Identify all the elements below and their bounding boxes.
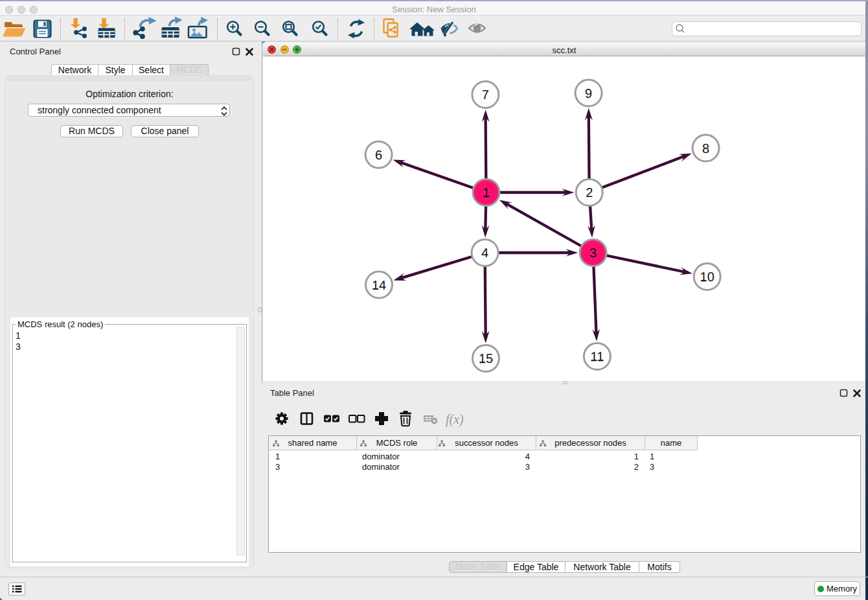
- svg-text:10: 10: [700, 270, 714, 284]
- svg-text:2: 2: [586, 186, 593, 200]
- svg-text:f(x): f(x): [446, 412, 464, 427]
- svg-text:6: 6: [375, 148, 382, 163]
- svg-text:14: 14: [372, 279, 386, 293]
- svg-text:8: 8: [702, 142, 709, 156]
- svg-text:1: 1: [483, 186, 490, 200]
- svg-text:7: 7: [482, 88, 489, 102]
- svg-text:9: 9: [585, 87, 592, 101]
- svg-text:15: 15: [479, 352, 493, 366]
- svg-text:11: 11: [591, 350, 604, 364]
- svg-text:3: 3: [589, 246, 597, 260]
- svg-text:4: 4: [481, 246, 488, 260]
